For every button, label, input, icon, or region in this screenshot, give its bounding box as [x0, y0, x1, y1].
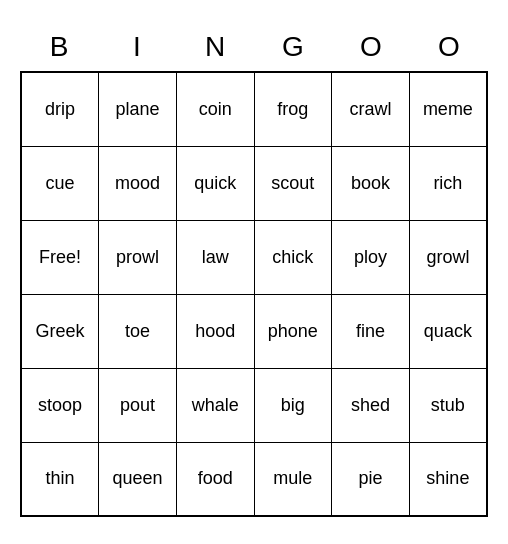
table-row: Greektoehoodphonefinequack	[21, 294, 487, 368]
grid-cell: law	[176, 220, 254, 294]
grid-cell: quack	[409, 294, 487, 368]
bingo-header: B I N G O O	[20, 27, 488, 67]
header-o1: O	[332, 27, 410, 67]
grid-cell: food	[176, 442, 254, 516]
grid-cell: scout	[254, 146, 332, 220]
grid-cell: growl	[409, 220, 487, 294]
grid-cell: stoop	[21, 368, 99, 442]
header-i: I	[98, 27, 176, 67]
grid-cell: hood	[176, 294, 254, 368]
grid-cell: book	[332, 146, 410, 220]
grid-cell: mood	[99, 146, 177, 220]
grid-cell: Greek	[21, 294, 99, 368]
grid-cell: drip	[21, 72, 99, 146]
bingo-card: B I N G O O dripplanecoinfrogcrawlmemecu…	[20, 27, 488, 517]
grid-cell: thin	[21, 442, 99, 516]
grid-cell: meme	[409, 72, 487, 146]
grid-cell: cue	[21, 146, 99, 220]
table-row: stooppoutwhalebigshedstub	[21, 368, 487, 442]
grid-cell: crawl	[332, 72, 410, 146]
grid-cell: frog	[254, 72, 332, 146]
grid-cell: big	[254, 368, 332, 442]
header-g: G	[254, 27, 332, 67]
grid-cell: shine	[409, 442, 487, 516]
grid-cell: fine	[332, 294, 410, 368]
grid-cell: quick	[176, 146, 254, 220]
header-o2: O	[410, 27, 488, 67]
grid-cell: queen	[99, 442, 177, 516]
grid-cell: plane	[99, 72, 177, 146]
grid-cell: toe	[99, 294, 177, 368]
bingo-grid: dripplanecoinfrogcrawlmemecuemoodquicksc…	[20, 71, 488, 517]
grid-cell: stub	[409, 368, 487, 442]
table-row: cuemoodquickscoutbookrich	[21, 146, 487, 220]
grid-cell: chick	[254, 220, 332, 294]
grid-cell: rich	[409, 146, 487, 220]
grid-cell: Free!	[21, 220, 99, 294]
grid-cell: mule	[254, 442, 332, 516]
grid-cell: shed	[332, 368, 410, 442]
grid-cell: pout	[99, 368, 177, 442]
table-row: Free!prowllawchickploygrowl	[21, 220, 487, 294]
header-n: N	[176, 27, 254, 67]
grid-cell: coin	[176, 72, 254, 146]
header-b: B	[20, 27, 98, 67]
grid-cell: phone	[254, 294, 332, 368]
grid-cell: prowl	[99, 220, 177, 294]
grid-cell: pie	[332, 442, 410, 516]
grid-cell: whale	[176, 368, 254, 442]
grid-cell: ploy	[332, 220, 410, 294]
table-row: dripplanecoinfrogcrawlmeme	[21, 72, 487, 146]
table-row: thinqueenfoodmulepieshine	[21, 442, 487, 516]
